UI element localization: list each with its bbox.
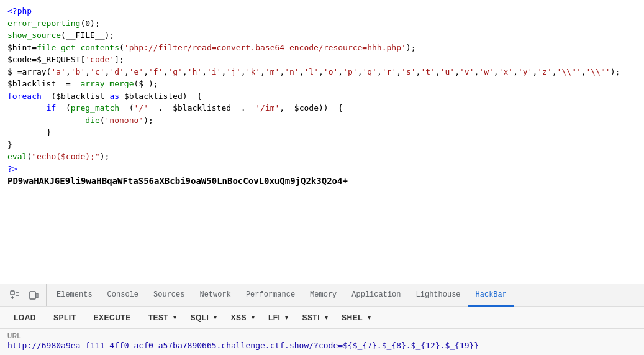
hackbar-ssti-button[interactable]: SSTI (293, 307, 324, 328)
svg-rect-2 (36, 293, 38, 298)
svg-rect-0 (11, 291, 14, 295)
tab-lighthouse[interactable]: Lighthouse (409, 285, 468, 307)
svg-rect-1 (30, 292, 35, 299)
hackbar-xss-button[interactable]: XSS (222, 307, 250, 328)
hackbar-shel-button[interactable]: SHEL (333, 307, 366, 328)
url-value[interactable]: http://6980a9ea-f111-4ff0-acf0-a57ba7890… (7, 341, 637, 350)
hackbar-lfi-button[interactable]: LFI (260, 307, 284, 328)
tab-hackbar[interactable]: HackBar (468, 285, 514, 307)
hackbar-shel-dropdown: SHEL ▾ (333, 307, 376, 328)
hackbar-xss-arrow[interactable]: ▾ (250, 307, 260, 328)
url-label: URL (7, 333, 637, 339)
hackbar-sqli-dropdown: SQLI ▾ (181, 307, 222, 328)
hackbar-ssti-arrow[interactable]: ▾ (324, 307, 333, 328)
hackbar-ssti-dropdown: SSTI ▾ (293, 307, 333, 328)
tab-console[interactable]: Console (100, 285, 146, 307)
tab-memory[interactable]: Memory (302, 285, 344, 307)
devtools-panel: Elements Console Sources Network Perform… (0, 284, 644, 355)
hackbar-execute-button[interactable]: EXECUTE (85, 307, 140, 328)
device-icon[interactable] (26, 289, 41, 302)
code-display: <?php error_reporting(0); show_source(__… (0, 0, 644, 284)
hackbar-shel-arrow[interactable]: ▾ (366, 307, 376, 328)
hackbar-lfi-arrow[interactable]: ▾ (284, 307, 293, 328)
tab-performance[interactable]: Performance (238, 285, 302, 307)
hackbar-xss-dropdown: XSS ▾ (222, 307, 260, 328)
tab-icon-group (2, 284, 47, 306)
hackbar-load-button[interactable]: LOAD (5, 307, 45, 328)
hackbar-test-dropdown: TEST ▾ (140, 307, 182, 328)
tab-network[interactable]: Network (192, 285, 238, 307)
hackbar-toolbar: LOAD SPLIT EXECUTE TEST ▾ SQLI ▾ XSS ▾ L… (0, 307, 644, 329)
tab-application[interactable]: Application (344, 285, 408, 307)
hackbar-sqli-button[interactable]: SQLI (181, 307, 212, 328)
hackbar-test-button[interactable]: TEST (140, 307, 173, 328)
tab-elements[interactable]: Elements (49, 285, 100, 307)
hackbar-sqli-arrow[interactable]: ▾ (212, 307, 222, 328)
url-area: URL http://6980a9ea-f111-4ff0-acf0-a57ba… (0, 329, 644, 355)
hackbar-lfi-dropdown: LFI ▾ (260, 307, 294, 328)
hackbar-split-button[interactable]: SPLIT (45, 307, 85, 328)
hackbar-test-arrow[interactable]: ▾ (172, 307, 181, 328)
tab-sources[interactable]: Sources (146, 285, 192, 307)
inspect-icon[interactable] (7, 289, 22, 302)
devtools-tabs-row: Elements Console Sources Network Perform… (0, 284, 644, 307)
